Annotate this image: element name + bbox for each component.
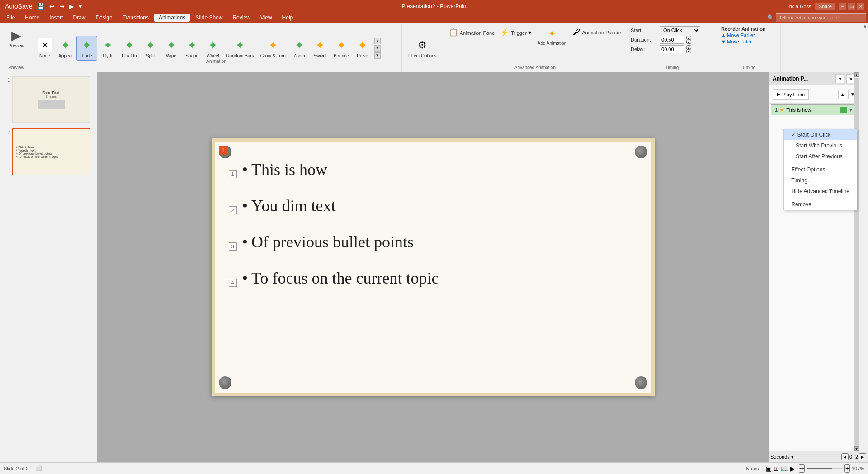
customize-qat[interactable]: ▾ xyxy=(77,3,83,10)
redo-btn[interactable]: ↪ xyxy=(58,3,66,10)
menu-draw[interactable]: Draw xyxy=(68,14,90,22)
anim-pane-options-btn[interactable]: ▾ xyxy=(835,74,844,83)
pulse-icon: ✦ xyxy=(355,38,370,52)
zoom-out-btn[interactable]: ─ xyxy=(799,464,805,473)
move-later-btn[interactable]: ▼ Move Later xyxy=(721,39,752,44)
duration-up[interactable]: ▲ xyxy=(686,36,691,40)
pane-up-btn[interactable]: ▲ xyxy=(838,90,847,99)
restore-btn[interactable]: ▭ xyxy=(848,3,855,10)
main-area: 1 Dim Text Shapes 2 • This is how • You … xyxy=(0,72,868,462)
anim-item-dropdown[interactable]: ▼ xyxy=(849,108,853,113)
minimize-btn[interactable]: ─ xyxy=(839,3,846,10)
menu-file[interactable]: File xyxy=(2,14,19,22)
anim-swivel[interactable]: ✦ Swivel xyxy=(310,36,330,60)
seconds-label: Seconds ▾ xyxy=(770,454,794,460)
anim-none[interactable]: ✕ None xyxy=(35,36,55,60)
save-btn[interactable]: 💾 xyxy=(36,3,46,10)
ctx-start-after-previous[interactable]: Start After Previous xyxy=(784,151,857,162)
slide-sorter-btn[interactable]: ⊞ xyxy=(774,465,779,472)
seconds-plus[interactable]: ► xyxy=(859,453,866,460)
slide-2-content: • This is how • You dim text • Of previo… xyxy=(13,129,90,175)
anim-shape[interactable]: ✦ Shape xyxy=(182,36,202,60)
ctx-timing[interactable]: Timing... xyxy=(784,175,857,186)
scroll-more-btn[interactable]: ▼ xyxy=(374,52,381,59)
ctx-divider-2 xyxy=(784,198,857,198)
anim-floatin[interactable]: ✦ Float In xyxy=(119,36,139,60)
duration-down[interactable]: ▼ xyxy=(686,40,691,44)
ctx-effect-options[interactable]: Effect Options... xyxy=(784,164,857,175)
search-input[interactable] xyxy=(776,13,866,22)
ribbon-collapse[interactable]: ∧ xyxy=(862,23,868,31)
seconds-minus[interactable]: ◄ xyxy=(841,453,849,460)
trigger-btn[interactable]: ⚡ Trigger ▾ xyxy=(498,26,533,38)
slide-1-content: Dim Text Shapes xyxy=(13,77,90,122)
anim-number-3: 3 xyxy=(229,242,237,251)
start-select[interactable]: On Click With Previous After Previous xyxy=(660,26,700,34)
anim-split[interactable]: ✦ Split xyxy=(141,36,160,60)
notes-btn[interactable]: Notes xyxy=(743,465,762,472)
anim-fade[interactable]: ✦ Fade xyxy=(76,36,97,61)
anim-bounce[interactable]: ✦ Bounce xyxy=(331,36,352,60)
menu-insert[interactable]: Insert xyxy=(45,14,67,22)
menu-home[interactable]: Home xyxy=(20,14,44,22)
anim-growturn[interactable]: ✦ Grow & Turn xyxy=(258,36,288,60)
close-btn[interactable]: ✕ xyxy=(857,3,864,10)
reading-view-btn[interactable]: 📖 xyxy=(781,465,788,472)
autosave-toggle[interactable]: AutoSave xyxy=(4,3,34,10)
pane-scroll-up[interactable]: ▲ xyxy=(854,72,859,77)
menu-design[interactable]: Design xyxy=(91,14,117,22)
scroll-up-btn[interactable]: ▲ xyxy=(374,38,381,44)
anim-pulse[interactable]: ✦ Pulse xyxy=(353,36,373,60)
duration-input[interactable] xyxy=(660,36,684,44)
anim-appear[interactable]: ✦ Appear xyxy=(56,36,75,60)
ctx-hide-timeline[interactable]: Hide Advanced Timeline xyxy=(784,186,857,197)
slide-panel: 1 Dim Text Shapes 2 • This is how • You … xyxy=(0,72,97,462)
fit-slide-icon[interactable]: ⬜ xyxy=(36,465,42,471)
undo-btn[interactable]: ↩ xyxy=(48,3,56,10)
delay-up[interactable]: ▲ xyxy=(686,45,691,49)
zoom-in-btn[interactable]: + xyxy=(844,464,850,473)
menu-review[interactable]: Review xyxy=(228,14,255,22)
delay-down[interactable]: ▼ xyxy=(686,49,691,53)
move-earlier-btn[interactable]: ▲ Move Earlier xyxy=(721,33,755,38)
normal-view-btn[interactable]: ▣ xyxy=(766,465,772,472)
slide-2-num: 2 xyxy=(4,128,10,135)
menu-slideshow[interactable]: Slide Show xyxy=(191,14,227,22)
animation-group: ✕ None ✦ Appear ✦ Fade ✦ Fly In ✦ Float … xyxy=(31,24,402,72)
zoom-slider-fill xyxy=(807,468,832,469)
anim-pane-tools: ▾ ✕ xyxy=(835,74,855,83)
ctx-start-with-previous[interactable]: Start With Previous xyxy=(784,140,857,151)
add-animation-btn[interactable]: ✦ Add Animation xyxy=(535,26,570,47)
animation-painter-btn[interactable]: 🖌 Animation Painter xyxy=(571,26,623,38)
share-btn[interactable]: Share xyxy=(815,3,835,10)
anim-wheel[interactable]: ✦ Wheel xyxy=(203,36,223,60)
ctx-check-2 xyxy=(791,142,796,149)
anim-item-1[interactable]: 1 ★ This is how ▼ xyxy=(771,104,857,115)
corner-bl xyxy=(219,376,231,389)
ctx-remove[interactable]: Remove xyxy=(784,199,857,210)
animation-pane-btn[interactable]: 📋 Animation Pane xyxy=(447,26,497,38)
anim-item-star: ★ xyxy=(779,107,784,113)
delay-input[interactable] xyxy=(660,45,684,53)
ctx-start-on-click[interactable]: ✓ Start On Click xyxy=(784,129,857,140)
slide-1-thumb[interactable]: Dim Text Shapes xyxy=(12,76,90,123)
present-btn[interactable]: ▶ xyxy=(68,3,75,10)
slide-2-thumb[interactable]: • This is how • You dim text • Of previo… xyxy=(12,128,90,175)
anim-flyin[interactable]: ✦ Fly In xyxy=(98,36,118,60)
anim-zoom[interactable]: ✦ Zoom xyxy=(289,36,309,60)
slide-canvas[interactable]: 1 1 • This is how 2 xyxy=(212,138,655,396)
scroll-down-btn[interactable]: ▼ xyxy=(374,45,381,52)
menu-help[interactable]: Help xyxy=(278,14,298,22)
slide-info: Slide 2 of 2 xyxy=(4,466,28,471)
preview-btn[interactable]: ▶ Preview xyxy=(5,26,27,50)
play-from-btn[interactable]: ▶ Play From xyxy=(773,89,809,100)
menu-animations[interactable]: Animations xyxy=(154,14,190,22)
pane-scroll-down[interactable]: ▼ xyxy=(854,446,859,451)
menu-view[interactable]: View xyxy=(256,14,277,22)
effect-options-btn[interactable]: ⚙ Effect Options xyxy=(406,36,439,60)
slideshow-btn[interactable]: ▶ xyxy=(790,465,795,472)
zoom-control: ─ + 107% xyxy=(799,464,864,473)
anim-wipe[interactable]: ✦ Wipe xyxy=(161,36,181,60)
anim-randombars[interactable]: ✦ Random Bars xyxy=(224,36,257,60)
menu-transitions[interactable]: Transitions xyxy=(118,14,153,22)
